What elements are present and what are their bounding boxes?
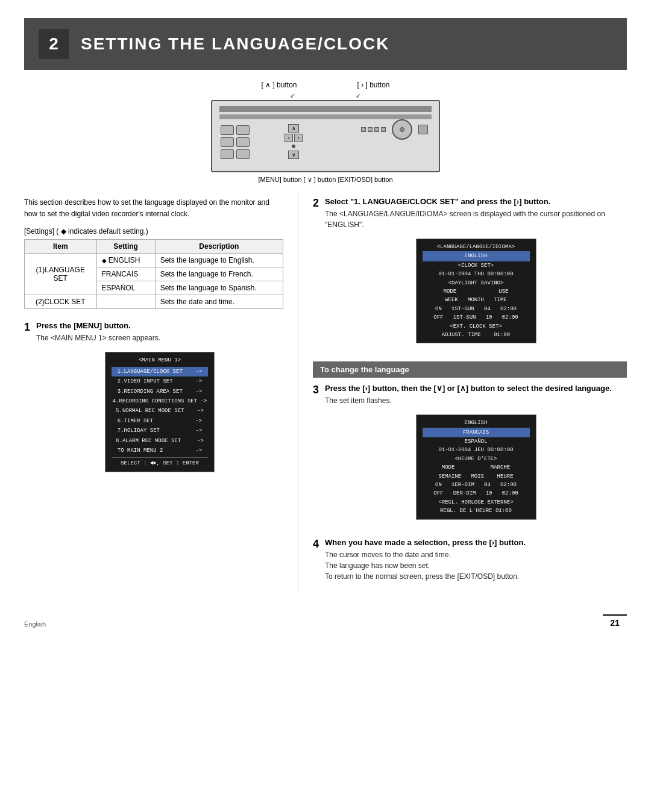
- menu-item-8: 8.ALARM REC MODE SET ->: [112, 436, 209, 446]
- menu-item-7: 7.HOLIDAY SET ->: [112, 426, 209, 436]
- btn5: [221, 149, 234, 159]
- btn6: [236, 149, 250, 159]
- lang-clock-set: <CLOCK SET>: [423, 261, 530, 270]
- fr-francais: FRANCAIS: [423, 428, 530, 437]
- lang-on: ON 1ST-SUN 04 02:00: [423, 305, 530, 313]
- step3-block: 3 Press the [›] button, then the [∨] or …: [313, 384, 627, 529]
- device-left-buttons: [221, 125, 250, 159]
- step3-number: 3: [313, 384, 319, 397]
- step1-body: Press the [MENU] button. The <MAIN MENU …: [36, 321, 283, 481]
- device-top-slot: [219, 106, 432, 112]
- table-header-setting: Setting: [96, 240, 155, 254]
- fr-semaine: SEMAINE MOIS HEURE: [423, 472, 530, 481]
- lang-ext-clock: <EXT. CLOCK SET>: [423, 322, 530, 331]
- menu-item-9: TO MAIN MENU 2 ->: [112, 446, 209, 455]
- device-illustration: ∧ ‹ › ∨: [211, 100, 440, 172]
- fr-on: ON 1ER-DIM 04 02:00: [423, 481, 530, 489]
- up-button-label: [ ∧ ] button: [261, 81, 297, 89]
- nav-dot: [292, 145, 295, 148]
- table-setting-english: ◆ ENGLISH: [96, 254, 155, 267]
- table-desc-clock: Sets the date and time.: [155, 295, 283, 309]
- btn3: [221, 137, 234, 147]
- footer-language: English: [24, 620, 46, 628]
- settings-table: Item Setting Description (1)LANGUAGESET …: [24, 239, 283, 309]
- table-row-clock: (2)CLOCK SET Sets the date and time.: [25, 295, 283, 309]
- rsb3: [374, 127, 379, 132]
- lang-adjust: ADJUST. TIME 01:00: [423, 331, 530, 339]
- step1-title: Press the [MENU] button.: [36, 321, 283, 330]
- lang-week-header: WEEK MONTH TIME: [423, 296, 530, 304]
- nav-cluster: ∧ ‹ › ∨: [285, 124, 303, 159]
- step1-subtitle: The <MAIN MENU 1> screen appears.: [36, 333, 283, 343]
- table-header-item: Item: [25, 240, 97, 254]
- lang-english: ENGLISH: [423, 251, 530, 261]
- menu-item-4: 4.RECORDING CONDITIONS SET ->: [112, 396, 209, 406]
- table-header-description: Description: [155, 240, 283, 254]
- table-item-language: (1)LANGUAGESET: [25, 254, 97, 295]
- btn2: [236, 125, 250, 135]
- knob-center: [400, 127, 404, 132]
- menu-item-6: 6.TIMER SET ->: [112, 416, 209, 426]
- lang-off: OFF 1ST-SUN 10 02:00: [423, 313, 530, 322]
- column-separator: [298, 190, 298, 590]
- fr-mode: MODE MARCHE: [423, 463, 530, 472]
- fr-regl-horl: <REGL. HORLOGE EXTERNE>: [423, 498, 530, 507]
- table-row-english: (1)LANGUAGESET ◆ ENGLISH Sets the langua…: [25, 254, 283, 267]
- diamond-english: ◆: [102, 257, 107, 264]
- step1-screen: <MAIN MENU 1> 1.LANGUAGE/CLOCK SET -> 2.…: [36, 347, 283, 476]
- fr-english: ENGLISH: [423, 419, 530, 427]
- lang-screen-title: <LANGUAGE/LANGUE/IDIOMA>: [423, 243, 530, 251]
- step2-title: Select "1. LANGUAGE/CLOCK SET" and press…: [325, 197, 627, 206]
- step4-title: When you have made a selection, press th…: [325, 538, 627, 547]
- chapter-title: SETTING THE LANGUAGE/CLOCK: [81, 34, 389, 54]
- btn4: [236, 137, 250, 147]
- table-setting-francais: FRANCAIS: [96, 267, 155, 281]
- footer-page-number: 21: [603, 614, 627, 628]
- diagram-section: [ ∧ ] button [ › ] button ↙ ↙: [0, 81, 651, 184]
- arrow-lines: ↙ ↙: [24, 92, 627, 100]
- lang-date: 01-01-2004 THU 00:00:00: [423, 270, 530, 278]
- left-column: This section describes how to set the la…: [24, 190, 283, 590]
- nav-left: ‹: [285, 134, 293, 142]
- device-second-slot: [219, 114, 432, 119]
- section-change-language: To change the language: [313, 361, 627, 378]
- chapter-number: 2: [39, 29, 69, 59]
- step4-line1: The cursor moves to the date and time.: [325, 549, 627, 560]
- bottom-labels-text: [MENU] button [ ∨ ] button [EXIT/OSD] bu…: [258, 176, 392, 183]
- french-screen: ENGLISH FRANCAIS ESPAÑOL 01-01-2004 JEU …: [416, 414, 536, 519]
- step4-number: 4: [313, 538, 319, 551]
- step1-number: 1: [24, 321, 30, 334]
- table-desc-francais: Sets the language to French.: [155, 267, 283, 281]
- main-menu-screen: <MAIN MENU 1> 1.LANGUAGE/CLOCK SET -> 2.…: [105, 352, 215, 472]
- rsb4: [381, 127, 386, 132]
- page-footer: English 21: [0, 602, 651, 640]
- step4-body: When you have made a selection, press th…: [325, 538, 627, 582]
- right-button-label: [ › ] button: [357, 81, 390, 89]
- rsb1: [361, 127, 366, 132]
- language-screen: <LANGUAGE/LANGUE/IDIOMA> ENGLISH <CLOCK …: [416, 239, 536, 343]
- step3-body: Press the [›] button, then the [∨] or [∧…: [325, 384, 627, 529]
- lang-daylight: <DAYLIGHT SAVING>: [423, 279, 530, 287]
- lang-mode: MODE USE: [423, 287, 530, 296]
- menu-item-5: 5.NORMAL REC MODE SET ->: [112, 406, 209, 416]
- diagram-top-labels: [ ∧ ] button [ › ] button: [24, 81, 627, 89]
- description-text: This section describes how to set the la…: [24, 197, 283, 220]
- step3-screen: ENGLISH FRANCAIS ESPAÑOL 01-01-2004 JEU …: [325, 410, 627, 524]
- nav-down: ∨: [288, 151, 299, 159]
- table-item-clock: (2)CLOCK SET: [25, 295, 97, 309]
- table-desc-espanol: Sets the language to Spanish.: [155, 281, 283, 295]
- step2-number: 2: [313, 197, 319, 210]
- right-column: 2 Select "1. LANGUAGE/CLOCK SET" and pre…: [313, 190, 627, 590]
- step4-line3: To return to the normal screen, press th…: [325, 571, 627, 582]
- menu-item-1: 1.LANGUAGE/CLOCK SET ->: [112, 367, 209, 376]
- step3-subtitle: The set item flashes.: [325, 395, 627, 406]
- table-setting-clock: [96, 295, 155, 309]
- nav-right: ›: [294, 134, 303, 142]
- chapter-header: 2 SETTING THE LANGUAGE/CLOCK: [24, 18, 627, 70]
- diagram-bottom-labels: [MENU] button [ ∨ ] button [EXIT/OSD] bu…: [24, 176, 627, 184]
- rsb2: [368, 127, 373, 132]
- table-desc-english: Sets the language to English.: [155, 254, 283, 267]
- fr-off: OFF DER-DIM 10 02:00: [423, 489, 530, 498]
- nav-up: ∧: [288, 124, 299, 133]
- step4-block: 4 When you have made a selection, press …: [313, 538, 627, 582]
